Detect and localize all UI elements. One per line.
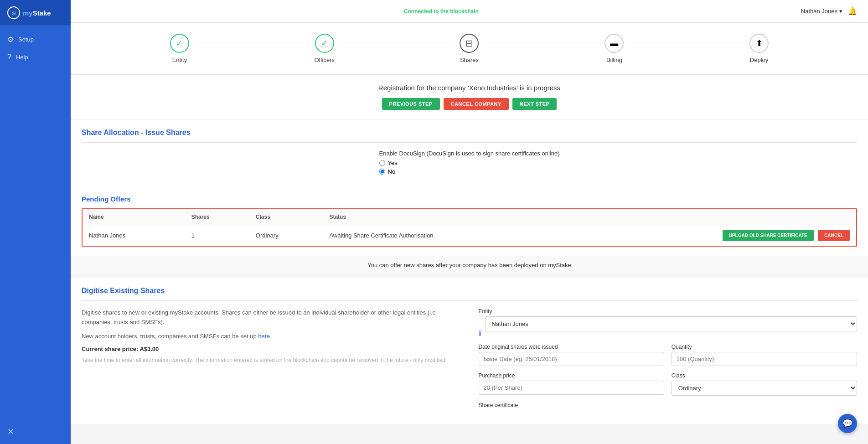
step-entity-label: Entity <box>172 57 187 63</box>
col-shares: Shares <box>185 209 249 225</box>
docusign-inner: Enable DocuSign (DocuSign is used to sig… <box>379 150 560 177</box>
docusign-yes-radio[interactable] <box>379 160 385 166</box>
docusign-no-label: No <box>388 168 396 175</box>
sidebar-item-setup-label: Setup <box>18 36 34 43</box>
step-deploy-label: Deploy <box>750 57 768 63</box>
registration-message: Registration for the company 'Xeno Indus… <box>80 84 859 92</box>
row-actions: UPLOAD OLD SHARE CERTIFICATE CANCEL <box>565 225 856 246</box>
next-step-button[interactable]: NEXT STEP <box>512 98 557 110</box>
entity-label: Entity <box>479 308 858 315</box>
step-deploy: ⬆ Deploy <box>687 34 832 63</box>
quantity-label: Quantity <box>672 344 857 350</box>
share-certificate-label: Share certificate <box>479 402 858 408</box>
entity-select[interactable]: Nathan Jones <box>485 316 858 331</box>
step-shares-icon: ⊟ <box>460 34 479 53</box>
row-class: Ordinary <box>249 225 323 246</box>
step-shares: ⊟ Shares <box>397 34 542 63</box>
pending-offers-section: Pending Offers Name Shares Class Status <box>71 195 868 256</box>
docusign-yes-label: Yes <box>388 160 398 166</box>
blockchain-status: Connected to the blockchain <box>404 8 479 15</box>
docusign-row: Enable DocuSign (DocuSign is used to sig… <box>82 150 857 177</box>
help-icon: ? <box>7 53 11 61</box>
date-label: Date original shares were issued <box>479 344 664 350</box>
purchase-price-label: Purchase price <box>479 372 664 379</box>
step-shares-label: Shares <box>460 57 479 63</box>
setup-link[interactable]: here <box>258 333 270 340</box>
cancel-offer-button[interactable]: CANCEL <box>818 230 850 241</box>
class-select[interactable]: Ordinary <box>672 381 857 396</box>
sidebar: ◎ myStake ⚙ Setup ? Help ✕ <box>0 0 71 444</box>
step-officers: ✓ Officers <box>252 34 397 63</box>
logo-text: myStake <box>23 9 51 17</box>
quantity-input[interactable] <box>672 352 857 366</box>
class-label: Class <box>672 372 857 379</box>
date-input[interactable] <box>479 352 664 366</box>
col-class: Class <box>249 209 323 225</box>
row-shares: 1 <box>185 225 249 246</box>
share-allocation-title: Share Allocation - Issue Shares <box>82 129 857 137</box>
entity-info-icon: ℹ <box>479 329 481 337</box>
step-officers-label: Officers <box>314 57 335 63</box>
cancel-company-button[interactable]: CANCEL COMPANY <box>444 98 509 110</box>
sidebar-item-help[interactable]: ? Help <box>0 48 71 66</box>
pending-offers-table: Name Shares Class Status Nathan Jones 1 … <box>83 209 856 246</box>
notification-bell-icon[interactable]: 🔔 <box>848 7 857 15</box>
logo-icon: ◎ <box>7 6 20 19</box>
share-allocation-section: Share Allocation - Issue Shares Enable D… <box>71 119 868 195</box>
chat-icon: 💬 <box>842 418 852 429</box>
digitise-title: Digitise Existing Shares <box>82 287 857 295</box>
step-billing-label: Billing <box>606 57 622 63</box>
digitise-desc2: New account holders, trusts, companies a… <box>82 332 460 341</box>
digitise-note: Take the time to enter all information c… <box>82 356 460 364</box>
digitise-section: Digitise Existing Shares Digitise shares… <box>71 274 868 424</box>
col-actions <box>565 209 856 225</box>
step-billing: ▬ Billing <box>542 34 687 63</box>
user-name: Nathan Jones <box>801 8 837 15</box>
chevron-down-icon: ▾ <box>839 8 842 15</box>
user-menu[interactable]: Nathan Jones ▾ <box>801 8 842 15</box>
digitise-right: Entity ℹ Nathan Jones <box>479 308 858 415</box>
table-header-row: Name Shares Class Status <box>83 209 856 225</box>
step-officers-icon: ✓ <box>315 34 334 53</box>
main-content: Connected to the blockchain Nathan Jones… <box>71 0 868 444</box>
table-row: Nathan Jones 1 Ordinary Awaiting Share C… <box>83 225 856 246</box>
digitise-left: Digitise shares to new or existing mySta… <box>82 308 460 415</box>
col-name: Name <box>83 209 185 225</box>
digitise-layout: Digitise shares to new or existing mySta… <box>82 308 857 415</box>
chat-button[interactable]: 💬 <box>838 414 857 433</box>
price-class-row: Purchase price Class Ordinary <box>479 372 858 402</box>
sidebar-logo: ◎ myStake <box>0 0 71 26</box>
row-status: Awaiting Share Certificate Authorisation <box>323 225 565 246</box>
page-content: ✓ Entity ✓ Officers ⊟ Shares ▬ Billing ⬆… <box>71 23 868 424</box>
quantity-form-group: Quantity <box>672 344 857 366</box>
registration-buttons: PREVIOUS STEP CANCEL COMPANY NEXT STEP <box>80 98 859 110</box>
step-entity: ✓ Entity <box>107 34 252 63</box>
row-name: Nathan Jones <box>83 225 185 246</box>
upload-certificate-button[interactable]: UPLOAD OLD SHARE CERTIFICATE <box>723 230 814 241</box>
date-form-group: Date original shares were issued <box>479 344 664 366</box>
share-certificate-form-group: Share certificate <box>479 402 858 408</box>
col-status: Status <box>323 209 565 225</box>
pending-offers-title: Pending Offers <box>82 195 857 203</box>
entity-form-group: Entity ℹ Nathan Jones <box>479 308 858 337</box>
sidebar-item-setup[interactable]: ⚙ Setup <box>0 31 71 48</box>
sidebar-close-button[interactable]: ✕ <box>7 427 14 437</box>
step-entity-icon: ✓ <box>170 34 189 53</box>
docusign-no-option[interactable]: No <box>379 168 560 175</box>
purchase-price-input[interactable] <box>479 381 664 395</box>
sidebar-nav: ⚙ Setup ? Help <box>0 26 71 444</box>
class-form-group: Class Ordinary <box>672 372 857 396</box>
previous-step-button[interactable]: PREVIOUS STEP <box>382 98 440 110</box>
purchase-price-form-group: Purchase price <box>479 372 664 396</box>
docusign-yes-option[interactable]: Yes <box>379 160 560 166</box>
share-allocation-divider <box>82 142 857 143</box>
share-price: Current share price: A$3.00 <box>82 346 460 352</box>
date-quantity-row: Date original shares were issued Quantit… <box>479 344 858 372</box>
sidebar-item-help-label: Help <box>16 54 28 61</box>
docusign-no-radio[interactable] <box>379 169 385 175</box>
stepper: ✓ Entity ✓ Officers ⊟ Shares ▬ Billing ⬆… <box>71 23 868 75</box>
step-billing-icon: ▬ <box>604 34 624 53</box>
digitise-desc1: Digitise shares to new or existing mySta… <box>82 308 460 327</box>
step-deploy-icon: ⬆ <box>749 34 769 53</box>
pending-offers-table-wrapper: Name Shares Class Status Nathan Jones 1 … <box>82 208 857 247</box>
